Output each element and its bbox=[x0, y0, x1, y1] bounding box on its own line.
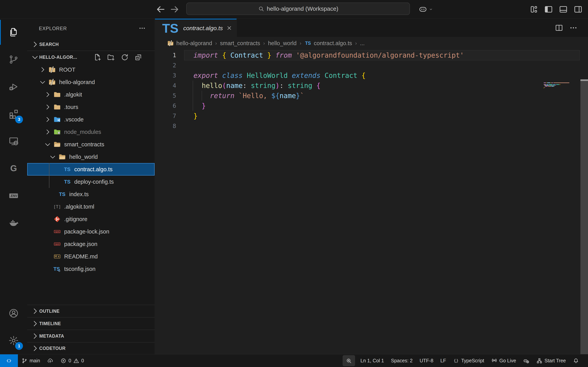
status-item-publish-changes[interactable] bbox=[44, 354, 57, 367]
tree-item-hello-world[interactable]: hello_world bbox=[27, 151, 155, 163]
section-metadata[interactable]: METADATA bbox=[27, 330, 155, 342]
tree-item-index-ts[interactable]: TSindex.ts bbox=[27, 188, 155, 200]
activity-item-dotenv[interactable]: .ENV bbox=[0, 182, 27, 209]
section-codetour[interactable]: CODETOUR bbox=[27, 342, 155, 354]
status-item-language-status[interactable]: {}×TypeScript bbox=[450, 354, 488, 367]
count: 0 bbox=[68, 358, 71, 364]
tree-item-node-modules[interactable]: JSnode_modules bbox=[27, 126, 155, 138]
close-tab-button[interactable] bbox=[226, 24, 233, 32]
remote-explorer-icon bbox=[8, 136, 19, 147]
command-center-search[interactable]: hello-algorand (Workspace) bbox=[186, 2, 410, 15]
explorer-more-actions-button[interactable] bbox=[137, 23, 148, 34]
tree-item-readme-md[interactable]: README.md bbox=[27, 250, 155, 263]
tree-item-smart-contracts[interactable]: smart_contracts bbox=[27, 138, 155, 151]
svg-text:G: G bbox=[10, 163, 17, 173]
arrow-left-icon bbox=[155, 3, 166, 15]
folder-open-icon bbox=[58, 153, 66, 161]
chevron-down-icon bbox=[31, 53, 39, 61]
tree-item-hello-algorand[interactable]: hello-algorand bbox=[27, 76, 155, 88]
status-item-indentation[interactable]: Spaces: 2 bbox=[387, 354, 416, 367]
chevron-right-icon bbox=[31, 332, 39, 340]
status-item-eol[interactable]: LF bbox=[437, 354, 450, 367]
tree-item-tsconfig-json[interactable]: TStsconfig.json bbox=[27, 263, 155, 275]
status-item-start-tree[interactable]: Start Tree bbox=[533, 354, 569, 367]
toggle-panel-button[interactable] bbox=[558, 4, 568, 14]
status-label: main bbox=[30, 358, 40, 364]
section-outline[interactable]: OUTLINE bbox=[27, 305, 155, 317]
tab-contract-algo-ts[interactable]: TS contract.algo.ts bbox=[155, 19, 237, 37]
status-item-screencast-zoom[interactable] bbox=[343, 355, 355, 366]
breadcrumb-item[interactable]: TScontract.algo.ts bbox=[305, 40, 352, 47]
status-item-cursor-position[interactable]: Ln 1, Col 1 bbox=[357, 354, 387, 367]
activity-item-remote-explorer[interactable] bbox=[0, 128, 27, 155]
tree-item--vscode[interactable]: .vscode bbox=[27, 113, 155, 126]
status-item-problems[interactable]: 00 bbox=[57, 354, 88, 367]
activity-item-explorer[interactable] bbox=[0, 19, 27, 46]
workspace-section-header[interactable]: HELLO-ALGOR... bbox=[27, 51, 155, 63]
tree-item-root[interactable]: ROOT bbox=[27, 63, 155, 76]
tree-item-label: node_modules bbox=[64, 129, 101, 135]
status-item-go-live[interactable]: Go Live bbox=[488, 354, 520, 367]
chevron-right-icon bbox=[42, 91, 53, 99]
section-timeline[interactable]: TIMELINE bbox=[27, 317, 155, 330]
breadcrumb-item[interactable]: hello-algorand bbox=[167, 40, 212, 47]
tree-item--gitignore[interactable]: .gitignore bbox=[27, 213, 155, 225]
tree-item--tours[interactable]: .tours bbox=[27, 101, 155, 113]
line-number: 1 bbox=[155, 50, 176, 60]
navigate-forward-button[interactable] bbox=[169, 3, 180, 15]
breadcrumb-item[interactable]: ... bbox=[360, 40, 365, 47]
section-label: METADATA bbox=[39, 334, 64, 339]
indent-guide bbox=[193, 81, 193, 111]
chevron-right-icon bbox=[31, 40, 39, 49]
panel-bottom-icon bbox=[558, 4, 568, 14]
customize-layout-button[interactable] bbox=[529, 4, 539, 14]
tree-item--algokit-toml[interactable]: [T].algokit.toml bbox=[27, 200, 155, 213]
ts-icon: TS bbox=[63, 165, 71, 173]
status-item-copilot-status[interactable] bbox=[520, 354, 533, 367]
tree-item-deploy-config-ts[interactable]: TSdeploy-config.ts bbox=[27, 175, 155, 188]
activity-item-run-and-debug[interactable] bbox=[0, 73, 27, 100]
folder-vscode-icon bbox=[53, 116, 61, 123]
activity-item-gitlens[interactable]: G bbox=[0, 155, 27, 182]
new-file-button[interactable] bbox=[93, 53, 102, 61]
refresh-explorer-button[interactable] bbox=[121, 53, 129, 61]
tree-item-contract-algo-ts[interactable]: TScontract.algo.ts bbox=[27, 163, 155, 175]
navigate-back-button[interactable] bbox=[155, 3, 166, 15]
collapse-folders-button[interactable] bbox=[134, 53, 143, 61]
breadcrumb-separator: › bbox=[263, 40, 266, 46]
tree-item-label: README.md bbox=[64, 253, 98, 260]
zoom-in-icon bbox=[346, 358, 352, 364]
more-actions-button[interactable] bbox=[569, 23, 578, 32]
activity-item-manage[interactable]: 1 bbox=[0, 327, 27, 354]
tree-item-package-json[interactable]: npmpackage.json bbox=[27, 238, 155, 250]
copilot-menu-button[interactable] bbox=[417, 3, 435, 16]
status-item-notifications[interactable] bbox=[569, 354, 583, 367]
tree-item-label: hello_world bbox=[69, 154, 98, 160]
tree-item-package-lock-json[interactable]: npmpackage-lock.json bbox=[27, 225, 155, 238]
folder-icon bbox=[53, 103, 61, 111]
activity-bar: 3 G .ENV 1 bbox=[0, 19, 27, 354]
code-editor[interactable]: 12345678 import { Contract } from '@algo… bbox=[155, 50, 588, 354]
editor-scrollbar[interactable] bbox=[580, 79, 588, 367]
npm-icon: npm bbox=[53, 228, 61, 235]
svg-text:npm: npm bbox=[55, 230, 59, 233]
search-icon bbox=[258, 5, 265, 12]
breadcrumb-item[interactable]: smart_contracts bbox=[220, 40, 260, 47]
tree-item--algokit[interactable]: .algokit bbox=[27, 88, 155, 101]
activity-item-source-control[interactable] bbox=[0, 46, 27, 73]
status-item-encoding[interactable]: UTF-8 bbox=[416, 354, 437, 367]
activity-item-accounts[interactable] bbox=[0, 300, 27, 327]
breadcrumb-item[interactable]: hello_world bbox=[268, 40, 297, 47]
toggle-primary-sidebar-button[interactable] bbox=[544, 4, 553, 14]
new-folder-button[interactable] bbox=[107, 53, 115, 61]
activity-item-extensions[interactable]: 3 bbox=[0, 100, 27, 128]
search-section-header[interactable]: SEARCH bbox=[27, 38, 155, 50]
file-tree: ROOThello-algorand.algokit.tours.vscodeJ… bbox=[27, 63, 155, 275]
status-item-git-branch[interactable]: main bbox=[18, 354, 44, 367]
activity-item-docker[interactable] bbox=[0, 209, 27, 237]
status-label: LF bbox=[440, 358, 446, 364]
split-editor-button[interactable] bbox=[555, 23, 564, 32]
org-tree-icon bbox=[536, 358, 542, 364]
status-item-remote-indicator[interactable] bbox=[0, 354, 18, 367]
toggle-secondary-sidebar-button[interactable] bbox=[573, 4, 583, 14]
